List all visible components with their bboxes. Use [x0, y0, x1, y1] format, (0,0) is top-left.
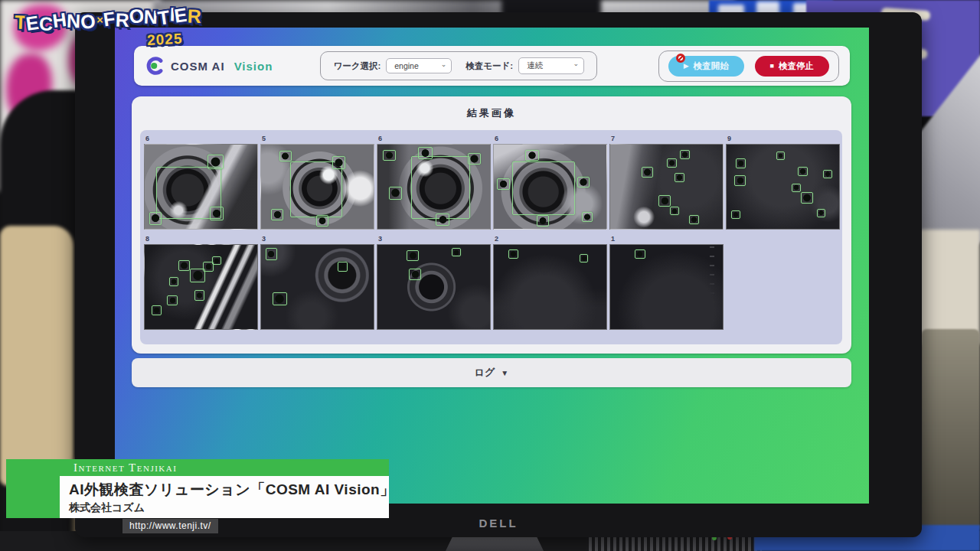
detection-bounding-box: [508, 249, 518, 259]
bolt-hole: [671, 208, 678, 214]
detection-bounding-box: [525, 150, 539, 161]
detection-bounding-box: [680, 150, 690, 159]
detection-bounding-box: [266, 248, 277, 259]
work-select-field: ワーク選択: engine ⌄: [333, 58, 452, 73]
detection-bounding-box: [658, 195, 671, 207]
detection-bounding-box: [210, 207, 224, 220]
detection-bounding-box: [290, 161, 342, 217]
detection-bounding-box: [411, 156, 469, 218]
mode-select-dropdown[interactable]: 連続 ⌄: [518, 57, 584, 74]
detection-count-label: 6: [493, 134, 607, 144]
bolt-hole: [825, 171, 831, 177]
bolt-hole: [273, 210, 282, 219]
engine-inspection-image: [144, 244, 258, 330]
bolt-hole: [385, 152, 394, 159]
log-bar[interactable]: ログ ▼: [132, 358, 851, 387]
engine-inspection-image: [609, 244, 724, 330]
bolt-hole: [205, 263, 212, 270]
inspection-button-group: ▶ 検査開始 ■ 検査停止: [658, 51, 839, 82]
inspection-stop-button[interactable]: ■ 検査停止: [755, 56, 829, 77]
result-image-cell[interactable]: 6: [144, 134, 258, 230]
engine-inspection-image: [726, 144, 840, 230]
bolt-hole: [469, 155, 479, 163]
select-group: ワーク選択: engine ⌄ 検査モード: 連続 ⌄: [320, 51, 597, 80]
brand-name-accent: Vision: [234, 60, 273, 73]
bolt-hole: [151, 214, 159, 223]
detection-bounding-box: [383, 150, 395, 161]
event-logo-letter: C: [39, 15, 54, 34]
detection-bounding-box: [497, 178, 509, 190]
detection-bounding-box: [436, 214, 449, 225]
bolt-hole: [267, 250, 275, 259]
detection-bounding-box: [169, 277, 178, 286]
detection-bounding-box: [792, 184, 801, 192]
detection-count-label: 2: [493, 234, 607, 244]
log-label: ログ: [475, 366, 495, 380]
bolt-hole: [636, 251, 643, 257]
result-image-cell[interactable]: 2: [493, 234, 607, 330]
detection-bounding-box: [409, 269, 421, 280]
detection-bounding-box: [776, 152, 786, 160]
detection-bounding-box: [316, 215, 328, 226]
bolt-hole: [212, 209, 222, 219]
chevron-down-icon: ⌄: [441, 60, 447, 68]
bolt-hole: [661, 197, 669, 205]
bolt-hole: [274, 294, 285, 304]
caption-company: 株式会社コズム: [69, 501, 380, 515]
bolt-hole: [334, 158, 344, 168]
bolt-hole: [818, 210, 825, 215]
caret-down-icon: ▼: [501, 369, 508, 377]
result-image-cell[interactable]: 3: [377, 234, 491, 330]
bolt-hole: [169, 297, 176, 304]
bolt-hole: [453, 249, 459, 255]
detection-count-label: 3: [377, 234, 491, 244]
brand-name: COSM AI: [171, 60, 225, 73]
result-image-cell[interactable]: 7: [609, 134, 724, 230]
detection-count-label: 6: [144, 134, 258, 144]
event-logo-letter: H: [51, 10, 67, 31]
inspection-start-button[interactable]: ▶ 検査開始: [668, 56, 744, 77]
bolt-hole: [733, 212, 739, 217]
bolt-hole: [214, 258, 220, 263]
engine-part-display: [921, 329, 980, 532]
detection-bounding-box: [149, 212, 162, 225]
bolt-hole: [581, 256, 587, 261]
detection-bounding-box: [468, 153, 482, 165]
event-logo-letter: R: [187, 6, 201, 26]
bolt-hole: [510, 251, 517, 257]
result-image-cell[interactable]: 6: [377, 134, 491, 230]
bolt-hole: [668, 160, 675, 166]
bolt-hole: [579, 178, 587, 186]
detection-bounding-box: [338, 262, 348, 272]
detection-bounding-box: [801, 192, 813, 204]
result-image-cell[interactable]: 8: [144, 234, 258, 330]
bolt-hole: [737, 177, 744, 184]
result-image-cell[interactable]: 1: [609, 234, 724, 330]
detection-bounding-box: [689, 215, 699, 224]
detection-bounding-box: [194, 290, 204, 300]
result-image-cell[interactable]: 9: [726, 134, 840, 230]
bolt-hole: [778, 153, 784, 158]
event-logo-year: 2025: [147, 31, 183, 49]
result-image-cell[interactable]: 6: [493, 134, 607, 230]
bolt-hole: [799, 168, 806, 174]
bolt-hole: [691, 217, 697, 223]
bolt-hole: [802, 194, 811, 202]
detection-count-label: 5: [260, 134, 374, 144]
play-icon: ▶: [684, 62, 689, 70]
detection-bounding-box: [667, 158, 677, 168]
detection-bounding-box: [537, 215, 549, 226]
work-select-dropdown[interactable]: engine ⌄: [386, 58, 452, 73]
bolt-hole: [681, 152, 688, 158]
result-image-cell[interactable]: 5: [260, 134, 374, 230]
app-header: COSM AI Vision ワーク選択: engine ⌄ 検査モード: 連続…: [134, 46, 850, 86]
bolt-hole: [318, 217, 326, 225]
detection-bounding-box: [212, 256, 221, 265]
not-allowed-cursor-icon: [676, 54, 685, 63]
detection-bounding-box: [332, 156, 346, 169]
result-image-cell[interactable]: 3: [260, 234, 374, 330]
bolt-hole: [737, 160, 744, 167]
engine-inspection-image: [144, 144, 258, 230]
bolt-hole: [528, 152, 537, 159]
detection-bounding-box: [271, 209, 283, 220]
